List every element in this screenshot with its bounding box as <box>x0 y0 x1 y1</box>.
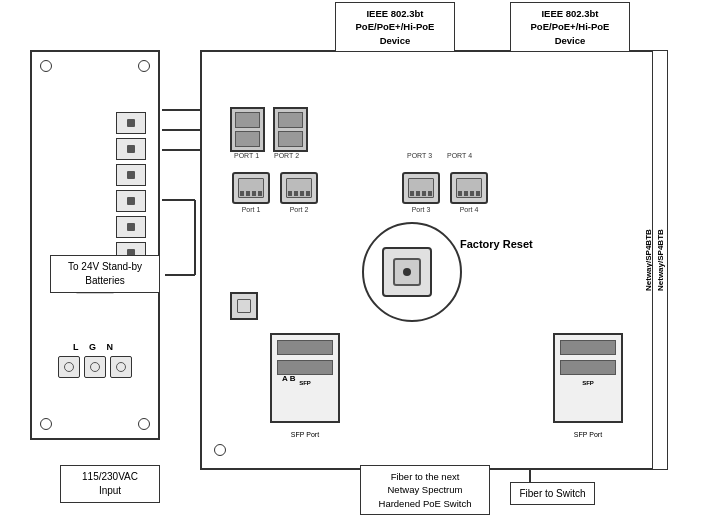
ac-g-connector <box>84 356 106 378</box>
rj45-tab <box>458 191 462 196</box>
port-4-label: Port 4 <box>460 206 479 213</box>
ac-l-connector <box>58 356 80 378</box>
poe-terminal-2a <box>278 112 303 128</box>
port-2-label: Port 2 <box>290 206 309 213</box>
rj45-tabs-4 <box>458 191 480 196</box>
rj45-port-3 <box>402 172 440 204</box>
port1-num: PORT 1 <box>234 152 259 159</box>
terminal-2 <box>116 138 146 160</box>
terminal-3 <box>116 164 146 186</box>
psu-corner-br <box>138 418 150 430</box>
ac-input-label: 115/230VAC Input <box>60 465 160 503</box>
psu-corner-bl <box>40 418 52 430</box>
sfp1-port-label: SFP Port <box>270 431 340 438</box>
terminal-4 <box>116 190 146 212</box>
ieee-label-2: IEEE 802.3bt PoE/PoE+/Hi-PoE Device <box>510 2 630 52</box>
diagram-container: 24V L G N <box>0 0 718 518</box>
sfp-indicator-3 <box>560 340 616 355</box>
poe-terminal-2b <box>278 131 303 147</box>
rj45-tab <box>464 191 468 196</box>
psu-corner-tl <box>40 60 52 72</box>
fiber-switch-text: Fiber to Switch <box>519 488 585 499</box>
lgn-label: L G N <box>73 342 117 352</box>
factory-reset-inner <box>393 258 421 286</box>
port-1-label: Port 1 <box>242 206 261 213</box>
port-3-wrapper: Port 3 <box>402 172 440 213</box>
terminal-5 <box>116 216 146 238</box>
rj45-tab <box>300 191 304 196</box>
port-3-label: Port 3 <box>412 206 431 213</box>
rj45-inner-3 <box>408 178 434 198</box>
ac-connector-row <box>58 356 132 378</box>
rj45-port-4 <box>450 172 488 204</box>
rj45-tabs-1 <box>240 191 262 196</box>
rj45-tab <box>294 191 298 196</box>
ac-terminals: L G N <box>58 342 132 378</box>
port-4-wrapper: Port 4 <box>450 172 488 213</box>
board-corner-circle-bl <box>214 444 226 456</box>
psu-corner-tr <box>138 60 150 72</box>
ac-input-text: 115/230VAC Input <box>82 471 138 496</box>
rj45-tab <box>410 191 414 196</box>
sfp-indicator-4 <box>560 360 616 375</box>
port3-num: PORT 3 <box>407 152 432 159</box>
small-component-1 <box>230 292 258 320</box>
battery-text: To 24V Stand-by Batteries <box>68 261 142 286</box>
rj45-tab <box>252 191 256 196</box>
poe-terminal-1b <box>235 131 260 147</box>
factory-reset-button[interactable] <box>382 247 432 297</box>
sfp-label-2: SFP <box>557 380 619 386</box>
factory-reset-dot <box>403 268 411 276</box>
rj45-tabs-3 <box>410 191 432 196</box>
psu-box: 24V L G N <box>30 50 160 440</box>
rj45-tab <box>258 191 262 196</box>
port-group-2: Port 3 Port 4 <box>402 172 488 213</box>
sfp-slot-1: SFP <box>270 333 340 423</box>
port-1-wrapper: Port 1 <box>232 172 270 213</box>
model-vertical-label: Netway/SP4BTB <box>652 50 668 470</box>
rj45-tab <box>416 191 420 196</box>
sfp-indicator-2 <box>277 360 333 375</box>
rj45-tab <box>470 191 474 196</box>
poe-connectors <box>230 107 308 152</box>
fiber-next-text: Fiber to the next Netway Spectrum Harden… <box>379 471 472 509</box>
sfp-slot-2: SFP <box>553 333 623 423</box>
rj45-tab <box>240 191 244 196</box>
fiber-next-label: Fiber to the next Netway Spectrum Harden… <box>360 465 490 515</box>
small-comp-inner-1 <box>237 299 251 313</box>
ieee-text-1: IEEE 802.3bt PoE/PoE+/Hi-PoE Device <box>356 8 435 46</box>
rj45-tab <box>476 191 480 196</box>
port2-num: PORT 2 <box>274 152 299 159</box>
port4-num: PORT 4 <box>447 152 472 159</box>
sfp2-port-label: SFP Port <box>553 431 623 438</box>
poe-block-2 <box>273 107 308 152</box>
l-label: L G N <box>73 342 117 352</box>
terminal-1 <box>116 112 146 134</box>
rj45-tab <box>422 191 426 196</box>
rj45-tab <box>306 191 310 196</box>
ab-label: A B <box>282 374 295 383</box>
poe-terminal-1a <box>235 112 260 128</box>
poe-block-1 <box>230 107 265 152</box>
sfp-indicator-1 <box>277 340 333 355</box>
rj45-tab <box>246 191 250 196</box>
switch-board: Port 1 Port 2 <box>200 50 660 470</box>
terminal-group <box>116 112 146 264</box>
fiber-switch-label: Fiber to Switch <box>510 482 595 505</box>
rj45-tabs-2 <box>288 191 310 196</box>
ieee-text-2: IEEE 802.3bt PoE/PoE+/Hi-PoE Device <box>531 8 610 46</box>
rj45-tab <box>288 191 292 196</box>
rj45-port-1 <box>232 172 270 204</box>
rj45-inner-2 <box>286 178 312 198</box>
rj45-inner-1 <box>238 178 264 198</box>
ac-n-connector <box>110 356 132 378</box>
ieee-label-1: IEEE 802.3bt PoE/PoE+/Hi-PoE Device <box>335 2 455 52</box>
rj45-inner-4 <box>456 178 482 198</box>
battery-label: To 24V Stand-by Batteries <box>50 255 160 293</box>
rj45-tab <box>428 191 432 196</box>
port-group-1: Port 1 Port 2 <box>232 172 318 213</box>
rj45-port-2 <box>280 172 318 204</box>
factory-reset-label: Factory Reset <box>460 238 533 250</box>
port-2-wrapper: Port 2 <box>280 172 318 213</box>
